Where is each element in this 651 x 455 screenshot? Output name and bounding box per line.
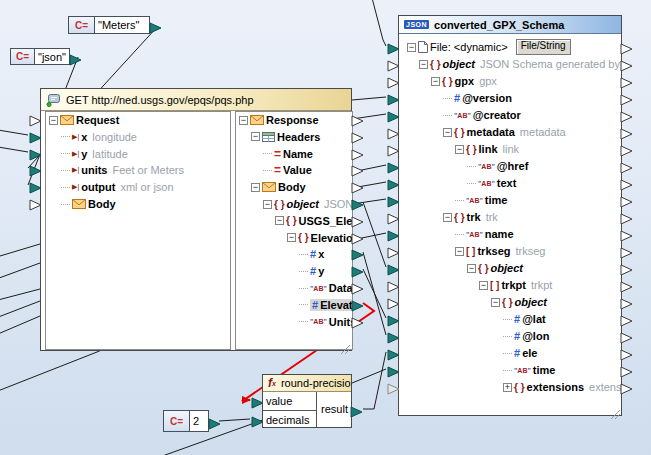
tree-node-usgs_elevation_i[interactable]: −{ }USGS_Elevation_I bbox=[275, 213, 353, 229]
output-connector[interactable] bbox=[620, 296, 633, 308]
output-connector[interactable] bbox=[208, 416, 221, 428]
input-connector[interactable] bbox=[387, 160, 400, 172]
function-header[interactable]: fx round-precision bbox=[263, 375, 351, 392]
connection-two-to-decimals[interactable] bbox=[219, 419, 250, 421]
output-connector[interactable] bbox=[620, 126, 633, 138]
tree-node-response[interactable]: −Response bbox=[239, 112, 319, 128]
input-connector[interactable] bbox=[387, 194, 400, 206]
tree-node-metadata[interactable]: −{ }metadatametadata bbox=[443, 124, 566, 140]
connection-src-to-file[interactable] bbox=[371, 0, 386, 46]
output-connector[interactable] bbox=[351, 247, 364, 259]
tree-node-object[interactable]: −{ }objectJSON Schema bbox=[263, 196, 353, 212]
output-connector[interactable] bbox=[351, 231, 364, 243]
tree-node-elevation_quer[interactable]: −{ }Elevation_Quer bbox=[287, 230, 353, 246]
collapse-icon[interactable]: − bbox=[455, 247, 464, 256]
tree-node-name[interactable]: =Name bbox=[263, 146, 313, 162]
tree-node-headers[interactable]: −Headers bbox=[251, 129, 320, 145]
output-connector[interactable] bbox=[620, 211, 633, 223]
input-connector[interactable] bbox=[387, 245, 400, 257]
output-connector[interactable] bbox=[351, 163, 364, 175]
tree-node-body[interactable]: Body bbox=[61, 196, 116, 212]
tree-node-name[interactable]: "AB"name bbox=[455, 226, 514, 242]
resize-grip[interactable] bbox=[611, 405, 620, 414]
output-connector[interactable] bbox=[620, 330, 633, 342]
constant-value[interactable]: 2 bbox=[190, 411, 208, 431]
tree-node-x[interactable]: ▶|xlongitude bbox=[61, 129, 137, 145]
output-connector[interactable] bbox=[620, 364, 633, 376]
collapse-icon[interactable]: − bbox=[443, 128, 452, 137]
tree-node-x[interactable]: #x bbox=[299, 246, 324, 262]
input-connector[interactable] bbox=[387, 58, 400, 70]
output-connector[interactable] bbox=[620, 381, 633, 393]
output-connector[interactable] bbox=[620, 228, 633, 240]
collapse-icon[interactable]: − bbox=[407, 43, 416, 52]
expand-icon[interactable]: + bbox=[503, 383, 512, 392]
tree-node-extensions[interactable]: +{ }extensionsextensions bbox=[503, 379, 621, 395]
input-connector[interactable] bbox=[29, 197, 42, 209]
collapse-icon[interactable]: − bbox=[455, 145, 464, 154]
output-connector[interactable] bbox=[620, 347, 633, 359]
output-connector[interactable] bbox=[351, 214, 364, 226]
tree-node-time[interactable]: "AB"time bbox=[503, 362, 555, 378]
tree-node-text[interactable]: "AB"text bbox=[467, 175, 516, 191]
output-connector[interactable] bbox=[620, 245, 633, 257]
input-connector[interactable] bbox=[387, 381, 400, 393]
function-round-precision[interactable]: fx round-precision value decimals result bbox=[262, 374, 352, 428]
output-connector[interactable] bbox=[351, 264, 364, 276]
tree-node-trkpt[interactable]: −[ ]trkpttrkpt bbox=[479, 277, 552, 293]
output-connector[interactable] bbox=[620, 92, 633, 104]
input-connector[interactable] bbox=[387, 228, 400, 240]
input-connector[interactable] bbox=[29, 147, 42, 159]
tree-node-y[interactable]: #y bbox=[299, 263, 324, 279]
input-connector[interactable] bbox=[387, 262, 400, 274]
output-connector[interactable] bbox=[620, 41, 633, 53]
tree-node-ele[interactable]: #ele bbox=[503, 345, 537, 361]
collapse-icon[interactable]: − bbox=[287, 233, 296, 242]
output-connector[interactable] bbox=[149, 20, 162, 32]
collapse-icon[interactable]: − bbox=[443, 213, 452, 222]
output-connector[interactable] bbox=[620, 75, 633, 87]
tree-node-filedynamic[interactable]: −File: <dynamic>File/String bbox=[407, 39, 571, 55]
tree-node-data_source[interactable]: "AB"Data_Source bbox=[299, 280, 353, 296]
input-connector[interactable] bbox=[387, 177, 400, 189]
output-connector[interactable] bbox=[351, 180, 364, 192]
output-connector[interactable] bbox=[620, 58, 633, 70]
output-connector[interactable] bbox=[350, 404, 363, 416]
collapse-icon[interactable]: − bbox=[419, 60, 428, 69]
collapse-icon[interactable]: − bbox=[239, 116, 248, 125]
output-connector[interactable] bbox=[69, 52, 82, 64]
tree-node-@href[interactable]: "AB"@href bbox=[467, 158, 528, 174]
constant-value[interactable]: "Meters" bbox=[95, 17, 149, 33]
collapse-icon[interactable]: − bbox=[263, 200, 272, 209]
input-connector[interactable] bbox=[29, 163, 42, 175]
tree-node-y[interactable]: ▶|ylatitude bbox=[61, 146, 128, 162]
output-connector[interactable] bbox=[620, 313, 633, 325]
tree-node-@lat[interactable]: #@lat bbox=[503, 311, 546, 327]
input-connector[interactable] bbox=[387, 126, 400, 138]
tree-node-time[interactable]: "AB"time bbox=[455, 192, 507, 208]
output-connector[interactable] bbox=[620, 143, 633, 155]
collapse-icon[interactable]: − bbox=[275, 216, 284, 225]
function-input-decimals[interactable]: decimals bbox=[263, 410, 316, 429]
tree-node-link[interactable]: −{ }linklink bbox=[455, 141, 519, 157]
schema-component[interactable]: JSON converted_GPX_Schema −File: <dynami… bbox=[398, 15, 622, 416]
input-connector[interactable] bbox=[387, 313, 400, 325]
tree-node-units[interactable]: ▶|unitsFeet or Meters bbox=[61, 162, 184, 178]
constant-meters[interactable]: C= "Meters" bbox=[68, 16, 150, 34]
constant-value[interactable]: "json" bbox=[35, 49, 69, 64]
constant-json[interactable]: C= "json" bbox=[10, 48, 70, 65]
resize-grip[interactable] bbox=[341, 340, 350, 349]
collapse-icon[interactable]: − bbox=[431, 77, 440, 86]
input-connector[interactable] bbox=[387, 92, 400, 104]
input-connector[interactable] bbox=[387, 296, 400, 308]
input-connector[interactable] bbox=[251, 395, 264, 407]
output-connector[interactable] bbox=[351, 147, 364, 159]
input-connector[interactable] bbox=[387, 330, 400, 342]
tree-node-object[interactable]: −{ }objectJSON Schema generated by bbox=[419, 56, 620, 72]
function-output-result[interactable]: result bbox=[321, 403, 348, 415]
output-connector[interactable] bbox=[351, 281, 364, 293]
output-connector[interactable] bbox=[620, 194, 633, 206]
tree-node-trkseg[interactable]: −[ ]trksegtrkseg bbox=[455, 243, 545, 259]
output-connector[interactable] bbox=[620, 177, 633, 189]
tree-node-trk[interactable]: −{ }trktrk bbox=[443, 209, 498, 225]
